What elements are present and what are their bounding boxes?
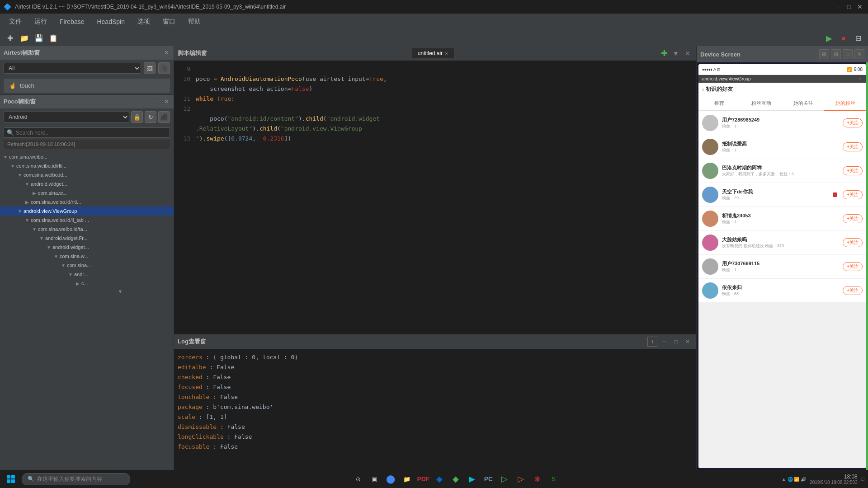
taskbar-play-app[interactable]: ▷ xyxy=(497,472,512,486)
collapse-icon-3[interactable]: ▼ xyxy=(24,180,31,188)
poco-close[interactable]: ✕ xyxy=(163,98,170,105)
log-filter-btn[interactable]: T xyxy=(647,337,657,347)
collapse-icon-9[interactable]: ▼ xyxy=(38,235,45,242)
taskbar-blue-app[interactable]: ◆ xyxy=(432,472,447,486)
editor-close-btn[interactable]: ✕ xyxy=(683,48,693,58)
editor-dropdown-btn[interactable]: ▼ xyxy=(671,48,681,58)
tree-item-9[interactable]: ▼ android.widget.Fr... xyxy=(0,234,174,243)
follow-btn-3[interactable]: +关注 xyxy=(843,190,863,199)
follow-btn-2[interactable]: +关注 xyxy=(843,166,863,175)
toolbar-new[interactable]: ✚ xyxy=(4,32,16,45)
follow-btn-1[interactable]: +关注 xyxy=(843,142,863,151)
collapse-icon-6[interactable]: ▼ xyxy=(16,207,24,215)
tree-item-8[interactable]: ▼ com.sina.weibo.id/ta... xyxy=(0,225,174,234)
poco-minimize[interactable]: ─ xyxy=(154,98,161,105)
phone-tab-1[interactable]: 粉丝互动 xyxy=(741,96,783,110)
tab-close-icon[interactable]: ✕ xyxy=(444,51,448,56)
code-content[interactable]: poco = AndroidUiautomationPoco(use_airte… xyxy=(192,61,696,334)
collapse-icon-11[interactable]: ▼ xyxy=(52,253,60,260)
taskbar-chrome-btn[interactable]: ⬤ xyxy=(383,472,398,486)
collapse-icon-5[interactable]: ▶ xyxy=(24,198,31,206)
tree-item-0[interactable]: ▼ com.sina.weibo... xyxy=(0,152,174,161)
toolbar-stop[interactable]: ■ xyxy=(837,32,850,45)
airtest-close[interactable]: ✕ xyxy=(163,49,170,56)
minimize-btn[interactable]: ─ xyxy=(834,2,843,11)
menu-window[interactable]: 窗口 xyxy=(157,16,181,28)
close-btn[interactable]: ✕ xyxy=(855,2,864,11)
tree-item-13[interactable]: ▼ andr... xyxy=(0,270,174,279)
tree-item-10[interactable]: ▼ android.widget... xyxy=(0,243,174,252)
tree-item-12[interactable]: ▼ com.sina... xyxy=(0,261,174,270)
collapse-icon-14[interactable]: ▶ xyxy=(74,280,81,287)
phone-tab-0[interactable]: 推荐 xyxy=(698,96,741,110)
collapse-icon-2[interactable]: ▼ xyxy=(16,171,24,178)
menu-options[interactable]: 选项 xyxy=(132,16,156,28)
menu-run[interactable]: 运行 xyxy=(29,16,52,28)
tree-item-3[interactable]: ▼ android.widget... xyxy=(0,179,174,188)
taskbar-green-app[interactable]: ◆ xyxy=(448,472,463,486)
menu-firebase[interactable]: Firebase xyxy=(54,16,90,27)
tree-item-2[interactable]: ▼ com.sina.weibo.id... xyxy=(0,170,174,179)
tree-item-5[interactable]: ▶ com.sina.weibo.id/rlti... xyxy=(0,197,174,206)
poco-refresh-btn[interactable]: ↻ xyxy=(145,111,156,123)
collapse-icon-12[interactable]: ▼ xyxy=(60,262,67,269)
airtest-minimize[interactable]: ─ xyxy=(154,49,161,56)
tree-item-15[interactable]: ▼ xyxy=(0,288,174,295)
editor-add-btn[interactable]: ✚ xyxy=(659,48,669,58)
taskbar-right-app[interactable]: ▷ xyxy=(514,472,528,486)
tree-item-1[interactable]: ▼ com.sina.weibo.id/rlti... xyxy=(0,161,174,170)
toolbar-save-as[interactable]: 📋 xyxy=(47,32,60,45)
editor-tab-untitled[interactable]: untitled.air ✕ xyxy=(412,48,454,58)
taskbar-red-app[interactable]: ❋ xyxy=(530,472,544,486)
collapse-icon-8[interactable]: ▼ xyxy=(31,225,38,233)
airtest-icon-btn1[interactable]: 🖼 xyxy=(144,62,156,74)
device-btn-3[interactable]: □ xyxy=(843,49,853,59)
tree-item-11[interactable]: ▼ com.sina.w... xyxy=(0,252,174,261)
taskbar-ide-app[interactable]: PC xyxy=(481,472,495,486)
menu-help[interactable]: 帮助 xyxy=(183,16,206,28)
log-maximize-btn[interactable]: □ xyxy=(671,337,681,347)
log-minimize-btn[interactable]: ─ xyxy=(659,337,669,347)
poco-platform-dropdown[interactable]: Android xyxy=(4,112,129,122)
follow-btn-6[interactable]: +关注 xyxy=(843,262,863,271)
menu-headspin[interactable]: HeadSpin xyxy=(91,16,130,27)
collapse-icon-0[interactable]: ▼ xyxy=(2,153,9,160)
log-close-btn[interactable]: ✕ xyxy=(683,337,693,347)
collapse-icon-1[interactable]: ▼ xyxy=(9,162,16,169)
airtest-icon-btn2[interactable]: 🎥 xyxy=(158,62,170,74)
tree-item-7[interactable]: ▼ com.sina.weibo.id/ll_tab ... xyxy=(0,216,174,225)
toolbar-play[interactable]: ▶ xyxy=(823,32,835,45)
device-btn-1[interactable]: ⊞ xyxy=(819,49,829,59)
airtest-dropdown[interactable]: All xyxy=(4,63,141,74)
poco-record-btn[interactable]: ⬛ xyxy=(158,111,170,123)
toolbar-save[interactable]: 💾 xyxy=(33,32,45,45)
maximize-btn[interactable]: □ xyxy=(844,2,854,11)
taskbar-search-box[interactable]: 🔍 在这里输入你要搜索的内容 xyxy=(22,473,130,485)
collapse-icon-7[interactable]: ▼ xyxy=(24,216,31,224)
follow-btn-7[interactable]: +关注 xyxy=(843,286,863,295)
windows-start-btn[interactable] xyxy=(4,472,18,486)
follow-btn-5[interactable]: +关注 xyxy=(843,238,863,247)
menu-file[interactable]: 文件 xyxy=(4,16,27,28)
taskbar-wechat-s[interactable]: S xyxy=(546,472,561,486)
device-btn-close[interactable]: ✕ xyxy=(854,49,864,59)
taskbar-folder-btn[interactable]: 📁 xyxy=(400,472,414,486)
tree-item-4[interactable]: ▶ com.sina.w... xyxy=(0,188,174,197)
collapse-icon-13[interactable]: ▼ xyxy=(67,271,74,278)
collapse-icon-4[interactable]: ▶ xyxy=(31,189,38,197)
toolbar-open[interactable]: 📁 xyxy=(18,32,31,45)
collapse-icon-10[interactable]: ▼ xyxy=(45,244,52,251)
taskbar-nav-app[interactable]: ▶ xyxy=(465,472,479,486)
poco-lock-btn[interactable]: 🔒 xyxy=(131,111,143,123)
phone-tab-3[interactable]: 她的粉丝 xyxy=(824,96,866,111)
follow-btn-4[interactable]: +关注 xyxy=(843,214,863,223)
taskbar-tablet-btn[interactable]: ▣ xyxy=(367,472,382,486)
tree-item-6[interactable]: ▼ android.view.ViewGroup xyxy=(0,206,174,216)
tree-item-14[interactable]: ▶ c... xyxy=(0,279,174,288)
touch-item[interactable]: ☝ touch xyxy=(4,79,170,93)
poco-search-input[interactable] xyxy=(16,130,167,136)
device-btn-2[interactable]: ⊟ xyxy=(831,49,841,59)
notification-icon[interactable]: □ xyxy=(861,476,864,482)
follow-btn-0[interactable]: +关注 xyxy=(843,118,863,127)
taskbar-pdf-btn[interactable]: PDF xyxy=(416,472,430,486)
